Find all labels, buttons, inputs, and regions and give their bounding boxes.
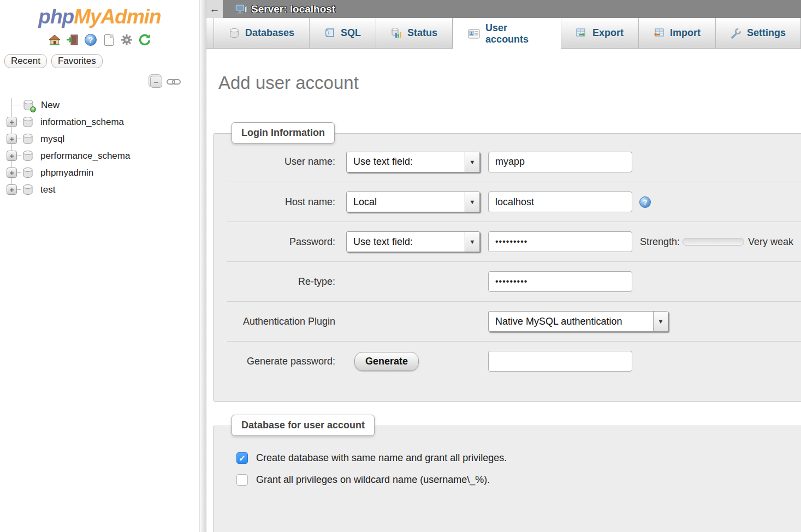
generated-password-input[interactable] — [488, 351, 632, 372]
wildcard-grant-checkbox[interactable] — [236, 474, 248, 486]
strength-text: Very weak — [748, 236, 793, 248]
tree-item-information-schema[interactable]: + information_schema — [0, 113, 199, 130]
sidebar-icon-toolbar: ? — [0, 32, 199, 47]
server-icon — [235, 3, 248, 15]
retype-password-input[interactable] — [488, 271, 632, 292]
sidebar-resize-handle[interactable] — [199, 0, 206, 532]
strength-meter — [683, 238, 744, 246]
tree-item-test[interactable]: + test — [0, 181, 199, 198]
wildcard-grant-label: Grant all privileges on wildcard name (u… — [256, 474, 490, 486]
expand-icon[interactable]: + — [7, 168, 17, 178]
password-type-select[interactable]: Use text field: ▼ — [346, 231, 480, 252]
expand-icon[interactable]: + — [7, 117, 17, 127]
refresh-icon[interactable] — [138, 33, 151, 46]
quick-access-buttons: Recent Favorites — [4, 54, 199, 68]
auth-plugin-label: Authentication Plugin — [227, 316, 336, 327]
hostname-label: Host name: — [227, 196, 336, 208]
page-content: Add user account Login Information User … — [206, 73, 801, 532]
tree-item-phpmyadmin[interactable]: + phpmyadmin — [0, 164, 199, 181]
strength-label: Strength: — [640, 236, 680, 248]
server-title-text: Server: localhost — [251, 3, 335, 15]
chevron-down-icon: ▼ — [465, 152, 479, 172]
database-for-user-legend: Database for user account — [232, 415, 375, 436]
databases-icon — [229, 28, 240, 39]
hostname-help-icon[interactable]: ? — [639, 196, 651, 208]
auth-plugin-row: Authentication Plugin Native MySQL authe… — [227, 301, 801, 341]
username-type-select[interactable]: Use text field: ▼ — [346, 152, 480, 172]
password-strength: Strength: Very weak — [640, 236, 793, 248]
tab-settings[interactable]: Settings — [716, 18, 801, 48]
main-tab-bar: Databases SQL Status — [206, 18, 801, 49]
favorites-button[interactable]: Favorites — [51, 54, 103, 68]
expand-icon[interactable]: + — [7, 151, 17, 161]
back-button[interactable]: ← — [206, 0, 223, 18]
database-for-user-fieldset: Database for user account Create databas… — [213, 426, 801, 532]
username-input[interactable] — [488, 152, 632, 172]
expand-icon[interactable]: + — [7, 184, 17, 195]
tree-item-mysql[interactable]: + mysql — [0, 130, 199, 147]
database-icon — [22, 116, 34, 128]
chevron-down-icon: ▼ — [465, 192, 479, 212]
password-label: Password: — [227, 236, 336, 248]
login-information-legend: Login Information — [232, 122, 335, 144]
home-icon[interactable] — [48, 33, 61, 46]
navigation-sidebar: phpMyAdmin ? — [0, 0, 199, 532]
recent-button[interactable]: Recent — [4, 54, 47, 68]
documentation-icon[interactable] — [102, 33, 115, 46]
main-panel: ← Server: localhost Databases — [206, 0, 801, 532]
password-row: Password: Use text field: ▼ Strength: — [227, 222, 801, 261]
page-title: Add user account — [218, 73, 801, 93]
hostname-row: Host name: Local ▼ ? — [227, 182, 801, 222]
retype-label: Re-type: — [227, 276, 336, 288]
auth-plugin-select[interactable]: Native MySQL authentication ▼ — [488, 311, 668, 332]
database-icon — [22, 184, 34, 196]
tree-controls: − — [0, 76, 181, 88]
tab-sql[interactable]: SQL — [310, 18, 376, 48]
create-database-label: Create database with same name and grant… — [256, 452, 507, 464]
chevron-down-icon: ▼ — [465, 232, 479, 252]
database-icon — [22, 133, 34, 145]
help-icon[interactable]: ? — [84, 33, 97, 46]
database-icon — [22, 167, 34, 179]
create-database-option[interactable]: Create database with same name and grant… — [236, 452, 801, 464]
hostname-input[interactable] — [488, 192, 632, 212]
export-icon — [576, 28, 587, 39]
phpmyadmin-logo[interactable]: phpMyAdmin — [0, 5, 199, 28]
tab-databases[interactable]: Databases — [213, 18, 310, 48]
login-information-fieldset: Login Information User name: Use text fi… — [213, 133, 801, 402]
logo-myadmin-part: MyAdmin — [74, 5, 161, 28]
tree-item-new[interactable]: + New — [0, 97, 199, 113]
tree-item-performance-schema[interactable]: + performance_schema — [0, 147, 199, 164]
wildcard-grant-option[interactable]: Grant all privileges on wildcard name (u… — [236, 474, 801, 486]
generate-password-label: Generate password: — [227, 356, 336, 367]
chevron-down-icon: ▼ — [653, 312, 668, 331]
retype-row: Re-type: — [227, 261, 801, 301]
collapse-all-icon[interactable]: − — [150, 76, 162, 88]
link-panels-icon[interactable] — [167, 77, 181, 86]
hostname-type-select[interactable]: Local ▼ — [346, 192, 480, 212]
tab-status[interactable]: Status — [376, 18, 453, 48]
status-icon — [391, 28, 402, 39]
server-breadcrumb-bar: ← Server: localhost — [206, 0, 801, 18]
logo-php-part: php — [38, 5, 74, 28]
wrench-icon — [731, 28, 741, 39]
logout-icon[interactable] — [66, 33, 79, 46]
tab-export[interactable]: Export — [561, 18, 639, 48]
tab-user-accounts[interactable]: User accounts — [453, 18, 561, 49]
database-icon — [22, 150, 34, 162]
user-accounts-icon — [468, 29, 480, 39]
generate-button[interactable]: Generate — [354, 352, 419, 371]
sql-icon — [324, 28, 335, 39]
username-label: User name: — [227, 156, 336, 168]
tab-import[interactable]: Import — [639, 18, 716, 48]
username-row: User name: Use text field: ▼ — [227, 142, 801, 182]
password-input[interactable] — [488, 231, 632, 252]
settings-gear-icon[interactable] — [120, 33, 133, 46]
database-tree: + New + information_schema + mysql + — [0, 97, 199, 198]
server-title: Server: localhost — [235, 3, 335, 15]
generate-password-row: Generate password: Generate — [227, 341, 801, 381]
new-database-icon: + — [22, 99, 34, 111]
expand-icon[interactable]: + — [7, 134, 17, 144]
import-icon — [654, 28, 664, 39]
create-database-checkbox[interactable] — [236, 452, 248, 464]
